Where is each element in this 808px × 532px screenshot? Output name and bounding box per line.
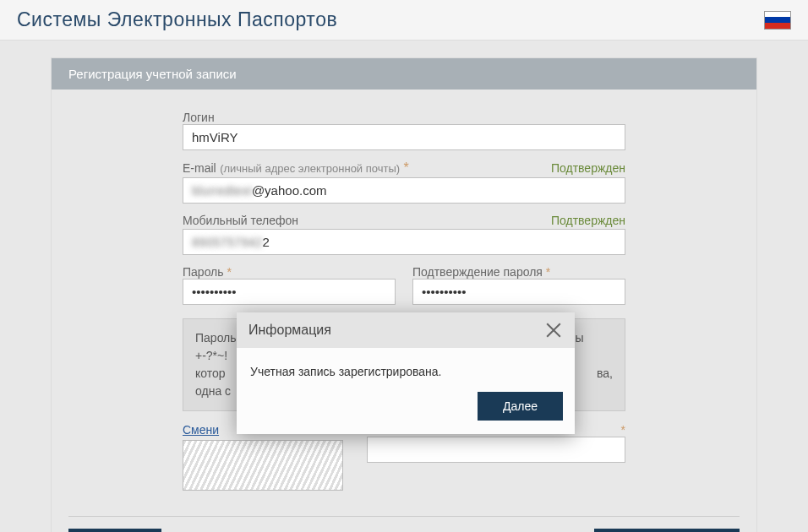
content-area: Регистрация учетной записи Логин E-mail …	[0, 41, 808, 532]
email-input[interactable]: blurredtext@yahoo.com	[183, 177, 625, 204]
password-confirm-input[interactable]	[412, 279, 625, 305]
phone-visible-part: 2	[262, 235, 269, 249]
required-asterisk: *	[404, 160, 409, 175]
modal-footer: Далее	[237, 383, 575, 434]
close-icon[interactable]	[544, 321, 563, 339]
captcha-image	[183, 440, 343, 491]
info-modal: Информация Учетная запись зарегистрирова…	[237, 312, 575, 434]
next-button[interactable]: Далее	[478, 392, 563, 421]
panel-title: Регистрация учетной записи	[52, 58, 756, 90]
email-label: E-mail	[183, 161, 216, 175]
password-row: Пароль * Подтверждение пароля *	[183, 265, 625, 315]
password-hint-line: одна с	[195, 383, 231, 400]
login-label: Логин	[183, 111, 625, 124]
app-header: Системы Электронных Паспортов	[0, 0, 808, 41]
email-visible-part: @yahoo.com	[252, 183, 327, 198]
phone-input[interactable]: 89057579422	[183, 229, 625, 255]
password-input[interactable]	[183, 279, 396, 305]
app-title: Системы Электронных Паспортов	[17, 8, 337, 31]
form-area: Логин E-mail (личный адрес электронной п…	[52, 90, 756, 499]
captcha-input[interactable]	[367, 437, 625, 463]
email-label-row: E-mail (личный адрес электронной почты) …	[183, 160, 625, 176]
modal-title: Информация	[248, 323, 331, 338]
login-input[interactable]	[183, 124, 625, 150]
footer-buttons: Отмена Зарегистрироваться	[52, 517, 756, 532]
language-flag-icon[interactable]	[764, 11, 791, 30]
password-confirm-label: Подтверждение пароля *	[412, 265, 625, 279]
password-hint-tail: ва,	[597, 365, 613, 383]
email-status: Подтвержден	[551, 161, 625, 175]
cancel-button[interactable]: Отмена	[68, 529, 161, 532]
flag-stripe	[765, 12, 790, 18]
email-sub-label: (личный адрес электронной почты)	[220, 162, 400, 175]
modal-message: Учетная запись зарегистрирована.	[237, 348, 575, 383]
password-hint-line: +-?*~!	[195, 347, 231, 365]
phone-blurred-part: 8905757942	[192, 235, 262, 249]
phone-status: Подтвержден	[551, 214, 625, 227]
registration-panel: Регистрация учетной записи Логин E-mail …	[51, 57, 757, 532]
modal-header: Информация	[237, 312, 575, 348]
flag-stripe	[765, 23, 790, 29]
flag-stripe	[765, 17, 790, 23]
phone-label-row: Мобильный телефон Подтвержден	[183, 214, 625, 227]
email-blurred-part: blurredtext	[192, 183, 252, 198]
password-label: Пароль *	[183, 265, 396, 279]
register-button[interactable]: Зарегистрироваться	[594, 529, 740, 532]
phone-label: Мобильный телефон	[183, 214, 298, 227]
password-hint-line: котор	[195, 365, 231, 383]
